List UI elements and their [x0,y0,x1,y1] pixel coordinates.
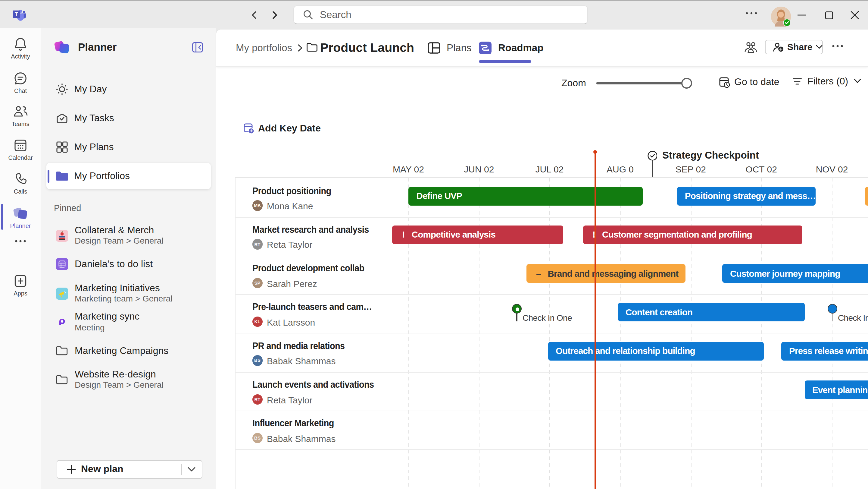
window-minimize-button[interactable] [798,15,806,16]
sidebar-item-label: My Portfolios [74,170,130,181]
page-title: Product Launch [320,40,414,55]
rail-item-activity[interactable]: Activity [0,37,41,60]
sidebar-item-my-portfolios[interactable]: My Portfolios [46,163,211,189]
go-to-date-label: Go to date [734,76,779,87]
window-close-button[interactable] [850,11,859,19]
pinned-item-marketing-initiatives[interactable]: Marketing InitiativesMarketing team > Ge… [46,280,211,307]
rail-item-chat[interactable]: Chat [0,71,41,94]
task-bar[interactable]: Define UVP [409,186,643,205]
axis-month-label: AUG 0 [607,164,634,174]
rail-item-calendar[interactable]: Calendar [0,138,41,161]
sidebar-app-title: Planner [78,41,117,54]
task-bar[interactable]: Positioning strategy and mess… [677,186,816,205]
task-bar-label: Press release writing [789,346,868,356]
milestone-pin-label: Check In [838,313,868,323]
titlebar-more-button[interactable] [745,11,758,15]
rail-item-label: Planner [10,222,31,229]
tile-megaphone-icon [55,287,69,299]
header-more-button[interactable] [832,44,843,47]
window-maximize-button[interactable] [825,11,833,19]
task-bar[interactable]: –Brand and messaging alignment [526,264,685,283]
row-owner-avatar: RT [252,239,262,250]
rail-item-teams[interactable]: Teams [0,104,41,127]
checkpoint-circle[interactable] [647,150,657,161]
teams-logo-icon: T [13,8,26,21]
search-box[interactable] [293,5,588,24]
app-rail: ActivityChatTeamsCalendarCallsPlannerApp… [0,28,41,489]
milestone-pin-label: Check In One [523,313,572,323]
sidebar-collapse-button[interactable] [192,42,203,53]
axis-month-label: MAY 02 [393,164,424,174]
task-bar[interactable]: !Customer segmentation and profiling [583,226,802,244]
rail-item-label: Teams [12,120,30,127]
pinned-item-website-re-design[interactable]: Website Re-designDesign Team > General [46,367,211,393]
pinned-item-marketing-campaigns[interactable]: Marketing Campaigns [46,337,211,364]
rail-item-planner[interactable]: Planner [0,206,41,229]
task-bar[interactable]: Press release writing [781,342,868,360]
rail-item-apps[interactable]: Apps [0,274,41,296]
add-key-date-button[interactable]: Add Key Date [243,123,321,134]
filters-button[interactable]: Filters (0) [793,76,861,87]
plans-tab-icon [427,42,440,54]
tab-plans[interactable]: Plans [427,38,472,58]
rail-item-calls[interactable]: Calls [0,172,41,195]
planner-logo-icon [54,40,69,55]
zoom-slider-thumb[interactable] [681,78,692,89]
row-owner-name: Reta Taylor [267,395,312,405]
task-bar[interactable] [865,186,868,205]
task-bar[interactable]: Event planning [804,380,868,399]
task-bar-label: Competitive analysis [412,230,495,240]
row-owner-avatar: MK [252,200,262,211]
pinned-item-subtitle: Meeting [75,323,140,333]
filter-icon [793,78,801,85]
rail-item-more[interactable] [0,239,41,243]
folder-icon [306,42,318,52]
search-input[interactable] [320,9,573,21]
milestone-pin[interactable] [512,304,522,314]
tile-books-icon [55,229,69,241]
phone-icon [13,172,28,186]
rail-item-label: Apps [13,290,27,296]
row-separator [235,256,868,256]
sidebar-item-my-day[interactable]: My Day [46,76,211,103]
zoom-label: Zoom [561,78,586,89]
new-plan-button[interactable]: New plan [56,460,203,479]
share-button[interactable]: Share [765,40,823,54]
task-bar[interactable]: Customer journey mapping [722,264,868,283]
tab-label: Plans [447,42,472,54]
pinned-item-title: Marketing Campaigns [75,345,168,356]
folder-outline-icon [55,345,69,356]
rail-item-label: Chat [14,87,27,94]
pinned-item-daniela-s-to-do-list[interactable]: Daniela’s to do list [46,251,211,277]
user-avatar[interactable] [771,7,791,27]
teams-window: T [0,0,868,489]
pinned-item-subtitle: Design Team > General [75,236,163,246]
folder-outline-icon [55,374,69,385]
members-icon-button[interactable] [744,41,757,53]
tab-roadmap[interactable]: Roadmap [479,38,543,58]
tab-label: Roadmap [498,42,543,54]
breadcrumb-my-portfolios[interactable]: My portfolios [236,42,292,53]
filters-chevron-icon [854,78,861,84]
pin-inner-dot [516,308,519,311]
row-separator [235,372,868,372]
nav-forward-button[interactable] [269,10,280,21]
pinned-item-marketing-sync[interactable]: Marketing syncMeeting [46,309,211,336]
sidebar-item-label: My Day [74,84,106,95]
today-line [594,152,595,489]
zoom-slider[interactable] [596,82,689,84]
sidebar-item-my-tasks[interactable]: My Tasks [46,105,211,131]
task-bar[interactable]: Content creation [618,303,804,322]
sidebar-selected-indicator [47,170,50,182]
go-to-date-button[interactable]: Go to date [718,76,779,88]
task-bar[interactable]: Outreach and relationship building [548,342,764,360]
task-bar-label: Event planning [812,385,868,395]
new-plan-chevron-button[interactable] [187,467,196,472]
nav-back-button[interactable] [249,10,259,21]
pinned-item-collateral-merch[interactable]: Collateral & MerchDesign Team > General [46,222,211,249]
task-bar-label: Customer segmentation and profiling [602,230,752,240]
sun-icon [55,82,69,96]
milestone-pin[interactable] [827,304,837,314]
sidebar-item-my-plans[interactable]: My Plans [46,134,211,160]
task-bar[interactable]: !Competitive analysis [393,226,563,244]
